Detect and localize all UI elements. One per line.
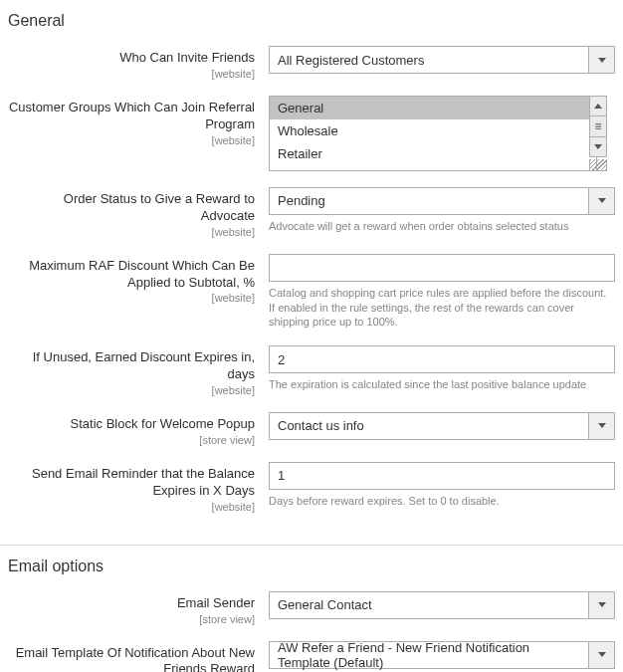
multiselect-option[interactable]: Retailer bbox=[270, 142, 596, 165]
scope: [website] bbox=[8, 68, 255, 80]
scrollbar[interactable]: ≡ bbox=[589, 96, 607, 157]
multiselect-option[interactable]: General bbox=[270, 97, 596, 119]
chevron-down-icon[interactable] bbox=[590, 137, 606, 156]
select-value: Pending bbox=[278, 193, 325, 208]
label-email-sender: Email Sender bbox=[177, 595, 255, 610]
select-order-status[interactable]: Pending bbox=[269, 187, 615, 215]
select-email-sender[interactable]: General Contact bbox=[269, 591, 615, 619]
scroll-thumb-icon[interactable]: ≡ bbox=[590, 115, 606, 136]
help-text: The expiration is calculated since the l… bbox=[269, 377, 615, 392]
label-who-can-invite: Who Can Invite Friends bbox=[119, 50, 255, 65]
input-max-discount[interactable] bbox=[269, 254, 615, 282]
input-expires-in[interactable] bbox=[269, 345, 615, 373]
scope: [website] bbox=[8, 226, 255, 238]
chevron-down-icon bbox=[588, 413, 614, 439]
row-email-sender: Email Sender [store view] General Contac… bbox=[0, 585, 623, 635]
select-who-can-invite[interactable]: All Registered Customers bbox=[269, 46, 615, 74]
row-static-block: Static Block for Welcome Popup [store vi… bbox=[0, 406, 623, 456]
scope: [website] bbox=[8, 134, 255, 146]
row-who-can-invite: Who Can Invite Friends [website] All Reg… bbox=[0, 40, 623, 90]
help-text: Catalog and shopping cart price rules ar… bbox=[269, 286, 615, 331]
section-general: General Who Can Invite Friends [website]… bbox=[0, 0, 623, 541]
section-title-general: General bbox=[0, 6, 623, 40]
multiselect-option[interactable]: Wholesale bbox=[270, 119, 596, 142]
row-expires-in: If Unused, Earned Discount Expires in, d… bbox=[0, 339, 623, 406]
scope: [website] bbox=[8, 501, 255, 513]
label-static-block: Static Block for Welcome Popup bbox=[71, 416, 255, 431]
label-max-discount: Maximum RAF Discount Which Can Be Applie… bbox=[29, 258, 255, 290]
select-value: AW Refer a Friend - New Friend Notificat… bbox=[278, 640, 584, 670]
help-text: Days before reward expires. Set to 0 to … bbox=[269, 494, 615, 509]
section-email: Email options Email Sender [store view] … bbox=[0, 546, 623, 672]
label-expires-in: If Unused, Earned Discount Expires in, d… bbox=[33, 349, 255, 381]
multiselect-customer-groups[interactable]: General Wholesale Retailer ≡ bbox=[269, 96, 615, 171]
row-tpl-new-friend: Email Template Of Notification About New… bbox=[0, 635, 623, 672]
select-tpl-new-friend[interactable]: AW Refer a Friend - New Friend Notificat… bbox=[269, 641, 615, 669]
row-reminder-days: Send Email Reminder that the Balance Exp… bbox=[0, 456, 623, 523]
chevron-down-icon bbox=[588, 188, 614, 214]
select-value: Contact us info bbox=[278, 418, 364, 433]
help-text: Advocate will get a reward when order ob… bbox=[269, 219, 615, 234]
section-title-email: Email options bbox=[0, 552, 623, 585]
chevron-down-icon bbox=[588, 592, 614, 618]
scope: [store view] bbox=[8, 434, 255, 446]
row-max-discount: Maximum RAF Discount Which Can Be Applie… bbox=[0, 248, 623, 340]
scope: [store view] bbox=[8, 613, 255, 625]
select-static-block[interactable]: Contact us info bbox=[269, 412, 615, 440]
label-tpl-new-friend: Email Template Of Notification About New… bbox=[16, 645, 255, 672]
row-order-status: Order Status to Give a Reward to Advocat… bbox=[0, 181, 623, 248]
chevron-down-icon bbox=[588, 47, 614, 73]
select-value: All Registered Customers bbox=[278, 53, 424, 68]
row-customer-groups: Customer Groups Which Can Join Referral … bbox=[0, 90, 623, 181]
label-reminder-days: Send Email Reminder that the Balance Exp… bbox=[32, 466, 255, 498]
chevron-down-icon bbox=[588, 642, 614, 668]
resize-handle-icon[interactable] bbox=[589, 159, 607, 171]
scope: [website] bbox=[8, 384, 255, 396]
label-order-status: Order Status to Give a Reward to Advocat… bbox=[64, 191, 255, 223]
input-reminder-days[interactable] bbox=[269, 462, 615, 490]
scope: [website] bbox=[8, 292, 255, 304]
select-value: General Contact bbox=[278, 597, 372, 612]
chevron-up-icon[interactable] bbox=[590, 97, 606, 115]
label-customer-groups: Customer Groups Which Can Join Referral … bbox=[9, 100, 255, 131]
